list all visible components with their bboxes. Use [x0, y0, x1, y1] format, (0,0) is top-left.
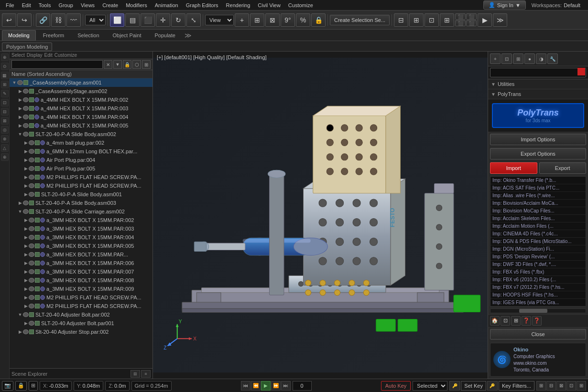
ls-icon-10[interactable]: ⊗	[1, 135, 9, 143]
expand-button[interactable]: ⬡	[132, 60, 141, 69]
angle-snap-button[interactable]: 9°	[281, 13, 295, 27]
tree-item[interactable]: ▶ a_4MM HEX BOLT X 15MM.PAR:002	[10, 95, 152, 104]
filter-icon-button[interactable]: ▼	[113, 60, 122, 69]
ls-icon-2[interactable]: ⊙	[1, 63, 9, 70]
filter-dropdown[interactable]: All	[85, 15, 106, 25]
tree-item[interactable]: ▶ a_3MM HEX BOLT X 15MM.PAR...	[10, 250, 152, 259]
menu-file[interactable]: File	[2, 1, 18, 9]
tab-freeform[interactable]: Freeform	[37, 30, 71, 41]
transport-prev[interactable]: ⏪	[251, 381, 261, 391]
menu-rendering[interactable]: Rendering	[222, 1, 254, 9]
view-dropdown[interactable]: View	[205, 15, 234, 25]
ls-icon-4[interactable]: ⊞	[1, 81, 9, 88]
import-list-item[interactable]: Imp: DGN & PDS Files (MicroStatio...	[490, 238, 586, 245]
set-key-button[interactable]: Set Key	[461, 381, 486, 391]
lock-status-btn[interactable]: 🔒	[15, 381, 27, 391]
layout-btn-4[interactable]: ⬛	[466, 20, 477, 26]
ls-icon-1[interactable]: ⊕	[1, 53, 9, 61]
viewport[interactable]: [+] [default001] [High Quality] [Default…	[153, 52, 488, 379]
rt-display-icon[interactable]: ◑	[536, 53, 546, 64]
auto-key-button[interactable]: Auto Key	[381, 381, 411, 391]
import-list[interactable]: Imp: Okino Transfer File (*.b...Imp: ACI…	[490, 176, 586, 307]
more-options-button[interactable]: ≫	[493, 13, 507, 27]
utilities-section-header[interactable]: ▼ Utilities	[488, 79, 588, 89]
ls-icon-11[interactable]: △	[1, 144, 9, 152]
layout-btn-2[interactable]: ⬛	[466, 13, 477, 20]
tree-item[interactable]: ▶ a_3MM HEX BOLT X 15MM.PAR:005	[10, 242, 152, 250]
se-btn-2[interactable]: ≡	[141, 370, 151, 378]
import-list-item[interactable]: Imp: Biovision MoCap Files...	[490, 207, 586, 215]
tab-selection[interactable]: Selection	[71, 30, 105, 41]
tree-item[interactable]: ▶ a_3MM HEX BOLT X 15MM.PAR:009	[10, 285, 152, 293]
status-icon-2[interactable]: ⊟	[546, 381, 556, 391]
tree-item[interactable]: ▶ Slt-20-40 Adjuster Stop.par:002	[10, 328, 152, 336]
export-options-button[interactable]: Export Options	[490, 148, 586, 159]
horizontal-scrollbar[interactable]	[490, 308, 586, 313]
menu-civil-view[interactable]: Civil View	[254, 1, 284, 9]
tree-item[interactable]: ▶ a_3MM HEX BOLT X 15MM.PAR:007	[10, 267, 152, 276]
unlink-button[interactable]: ⛓	[51, 13, 65, 27]
status-icon-5[interactable]: ⊞	[577, 381, 586, 391]
tree-item[interactable]: ▼ _CaseAssemblyStage.asm001	[10, 78, 152, 87]
se-toolbar-edit[interactable]: Edit	[44, 53, 53, 58]
tree-item[interactable]: ▶ Air Port Plug.par:005	[10, 164, 152, 173]
tree-item[interactable]: ▶ a_4MM HEX BOLT X 15MM.PAR:005	[10, 121, 152, 130]
select-object-button[interactable]: ⬜	[110, 13, 124, 27]
se-btn-1[interactable]: ⊞	[131, 370, 140, 378]
tree-item[interactable]: ▶ Air Port Plug.par:004	[10, 156, 152, 164]
import-list-item[interactable]: Imp: ACIS SAT Files (via PTC...	[490, 184, 586, 192]
close-button[interactable]: Close	[490, 329, 586, 339]
transport-to-start[interactable]: ⏮	[241, 381, 250, 391]
frame-counter[interactable]: 0	[293, 381, 312, 391]
camera-icon-btn[interactable]: 📷	[2, 381, 13, 391]
tree-item[interactable]: ▶ _CaseAssemblyStage.asm002	[10, 87, 152, 95]
menu-edit[interactable]: Edit	[18, 1, 35, 9]
snap-button[interactable]: 🔒	[311, 13, 326, 27]
grid-size-btn[interactable]: ⊞	[29, 381, 38, 391]
search-clear-button[interactable]: ✕	[104, 60, 112, 69]
tree-item[interactable]: ▶ M2 PHILLIPS FLAT HEAD SCREW.PA...	[10, 302, 152, 310]
ls-icon-9[interactable]: ◎	[1, 126, 9, 134]
tree-item[interactable]: ▶ a_4mm ball plug.par:002	[10, 138, 152, 147]
command-panel-button[interactable]: ⊞	[440, 13, 454, 27]
import-list-item[interactable]: Imp: HOOPS HSF Files (*.hs...	[490, 291, 586, 299]
tree-item[interactable]: ▶ M2 PHILLIPS FLAT HEAD SCREW.PA...	[10, 173, 152, 181]
tree-item[interactable]: ▼ SLT-20-40 Adjuster Bolt.par:002	[10, 310, 152, 319]
undo-button[interactable]: ↩	[2, 13, 16, 27]
menu-modifiers[interactable]: Modifiers	[122, 1, 151, 9]
rb-icon-5[interactable]: ❓	[532, 316, 542, 326]
ls-icon-8[interactable]: ⊠	[1, 117, 9, 125]
menu-graph-editors[interactable]: Graph Editors	[182, 1, 222, 9]
layout-btn-1[interactable]: ⬛	[455, 13, 466, 20]
key-icon-1[interactable]: 🔑	[449, 381, 460, 391]
tab-populate[interactable]: Populate	[148, 30, 181, 41]
rb-icon-2[interactable]: ⊡	[501, 316, 510, 326]
import-list-item[interactable]: Imp: FBX v5 Files (*.fbx)	[490, 268, 586, 276]
move-button[interactable]: ✛	[156, 13, 170, 27]
tree-item[interactable]: ▶ SLT-20-40 Adjuster Bolt.par001	[10, 319, 152, 328]
tree-item[interactable]: ▶ M2 PHILLIPS FLAT HEAD SCREW.PA...	[10, 293, 152, 302]
menu-tools[interactable]: Tools	[35, 1, 55, 9]
arrow-right-button[interactable]: ▶	[478, 13, 492, 27]
import-list-item[interactable]: Imp: FBX v7 (2012.2) Files (*.hs...	[490, 284, 586, 291]
status-icon-3[interactable]: ⊠	[556, 381, 566, 391]
ls-icon-5[interactable]: ✎	[1, 90, 9, 97]
tree-item[interactable]: ▶ a_3MM HEX BOLT X 15MM.PAR:008	[10, 276, 152, 285]
right-search-red-btn[interactable]	[577, 68, 585, 75]
ls-icon-7[interactable]: ⊟	[1, 108, 9, 116]
import-list-item[interactable]: Imp: Alias .wire Files (*.wire...	[490, 192, 586, 200]
transport-next[interactable]: ⏩	[271, 381, 281, 391]
align-button[interactable]: ⊞	[250, 13, 264, 27]
selected-dropdown[interactable]: Selected	[413, 381, 447, 391]
layer-manager-button[interactable]: ⊟	[394, 13, 408, 27]
polytrans-section-header[interactable]: ▼ PolyTrans	[488, 89, 588, 99]
rt-hierarchy-icon[interactable]: ⊞	[513, 53, 523, 64]
status-icon-1[interactable]: ⊞	[536, 381, 546, 391]
menu-create[interactable]: Create	[98, 1, 122, 9]
tree-item[interactable]: ▶ SLT-20-40-P-A Slide Body.asm003	[10, 199, 152, 207]
menu-customize[interactable]: Customize	[284, 1, 317, 9]
search-input[interactable]	[11, 60, 103, 69]
track-view-button[interactable]: ⊞	[409, 13, 424, 27]
mirror-button[interactable]: ⊠	[265, 13, 280, 27]
tab-object-paint[interactable]: Object Paint	[107, 30, 148, 41]
